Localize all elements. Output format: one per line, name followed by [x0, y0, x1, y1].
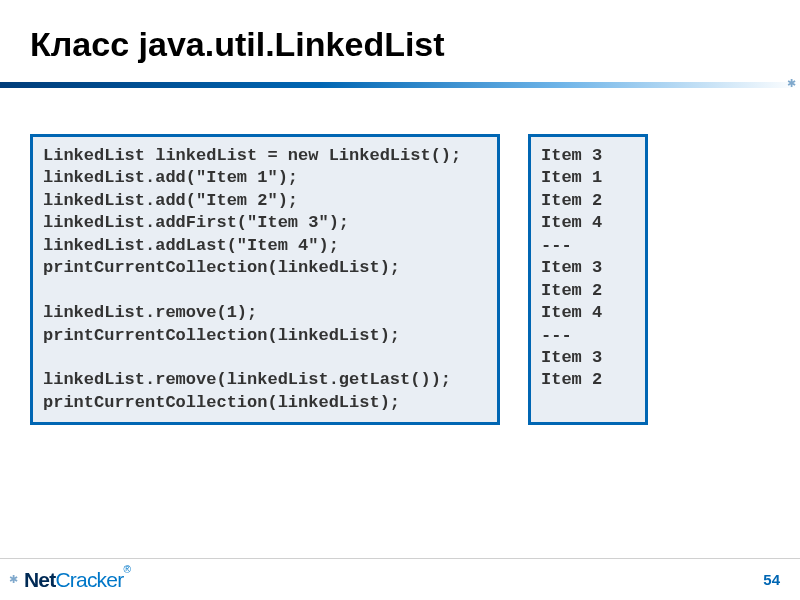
- title-divider: ✱: [0, 82, 800, 88]
- page-number: 54: [763, 571, 780, 588]
- content-area: LinkedList linkedList = new LinkedList()…: [0, 88, 800, 425]
- divider-marker-icon: ✱: [784, 76, 798, 90]
- logo-part-net: Net: [24, 568, 55, 591]
- code-block: LinkedList linkedList = new LinkedList()…: [30, 134, 500, 425]
- output-block: Item 3 Item 1 Item 2 Item 4 --- Item 3 I…: [528, 134, 648, 425]
- footer-marker-icon: ✱: [6, 573, 20, 587]
- logo-registered-icon: ®: [123, 564, 130, 575]
- logo: NetCracker®: [24, 568, 130, 592]
- slide-footer: ✱ NetCracker® 54: [0, 558, 800, 600]
- footer-left: ✱ NetCracker®: [6, 568, 130, 592]
- slide-title: Класс java.util.LinkedList: [0, 0, 800, 82]
- logo-part-cracker: Cracker: [55, 568, 123, 591]
